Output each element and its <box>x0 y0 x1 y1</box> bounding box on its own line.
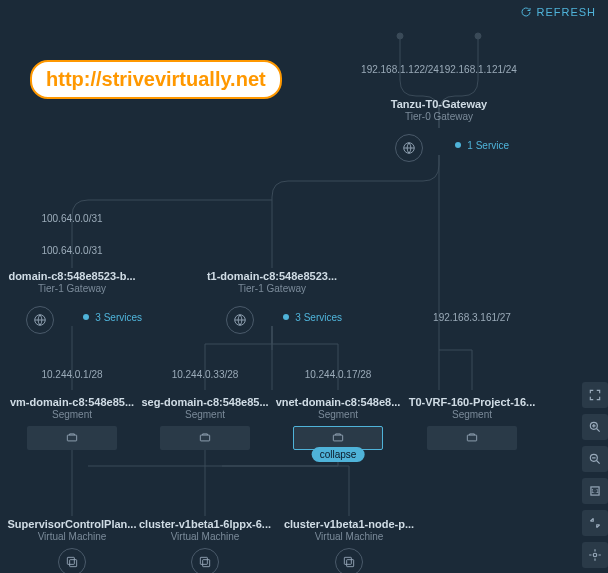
segment-vrf-node[interactable]: T0-VRF-160-Project-16... Segment <box>402 396 542 450</box>
zoom-in-button[interactable] <box>582 414 608 440</box>
svg-rect-14 <box>347 560 354 567</box>
t0-subtitle: Tier-0 Gateway <box>369 111 509 122</box>
seg-seg-cidr: 10.244.0.33/28 <box>172 369 239 380</box>
uplink-right-cidr: 192.168.1.121/24 <box>439 64 517 75</box>
vm-title: cluster-v1beta1-node-p... <box>279 518 419 530</box>
svg-rect-11 <box>200 557 207 564</box>
recenter-button[interactable] <box>582 542 608 568</box>
uplink-left-cidr: 192.168.1.122/24 <box>361 64 439 75</box>
collapse-pill[interactable]: collapse <box>312 447 365 462</box>
gateway-icon <box>395 134 423 162</box>
svg-rect-7 <box>333 435 342 441</box>
t1-left-services-link[interactable]: 3 Services <box>95 312 142 323</box>
vrf-cidr: 192.168.3.161/27 <box>433 312 511 323</box>
seg-vnet-cidr: 10.244.0.17/28 <box>305 369 372 380</box>
gateway-icon <box>226 306 254 334</box>
segment-vm-node[interactable]: vm-domain-c8:548e85... Segment <box>2 396 142 450</box>
gateway-icon <box>26 306 54 334</box>
svg-rect-13 <box>344 557 351 564</box>
watermark-badge: http://strivevirtually.net <box>30 60 282 99</box>
vm-icon <box>191 548 219 573</box>
collapse-all-button[interactable] <box>582 510 608 536</box>
segment-title: vnet-domain-c8:548e8... <box>268 396 408 408</box>
t1-mid-title: t1-domain-c8:548e8523... <box>202 270 342 282</box>
vm-c2-node[interactable]: cluster-v1beta1-node-p... Virtual Machin… <box>279 518 419 573</box>
t1-left-title: domain-c8:548e8523-b... <box>2 270 142 282</box>
t1-mid-services-link[interactable]: 3 Services <box>295 312 342 323</box>
segment-subtitle: Segment <box>135 409 275 420</box>
segment-subtitle: Segment <box>268 409 408 420</box>
vm-subtitle: Virtual Machine <box>279 531 419 542</box>
segment-vnet-node[interactable]: vnet-domain-c8:548e8... Segment <box>268 396 408 450</box>
segment-icon <box>160 426 250 450</box>
t1-left-node[interactable]: domain-c8:548e8523-b... Tier-1 Gateway 3… <box>2 270 142 334</box>
t1-mid-node[interactable]: t1-domain-c8:548e8523... Tier-1 Gateway … <box>202 270 342 334</box>
segment-title: seg-domain-c8:548e85... <box>135 396 275 408</box>
vm-icon <box>335 548 363 573</box>
segment-icon <box>427 426 517 450</box>
svg-rect-9 <box>67 557 74 564</box>
status-dot <box>83 314 89 320</box>
svg-rect-5 <box>67 435 76 441</box>
zoom-out-button[interactable] <box>582 446 608 472</box>
fullscreen-button[interactable] <box>582 382 608 408</box>
vm-subtitle: Virtual Machine <box>135 531 275 542</box>
fit-button[interactable]: 1:1 <box>582 478 608 504</box>
svg-text:1:1: 1:1 <box>591 488 598 494</box>
t1-left-cidr1: 100.64.0.0/31 <box>41 213 102 224</box>
segment-icon <box>27 426 117 450</box>
segment-title: T0-VRF-160-Project-16... <box>402 396 542 408</box>
vm-scp-node[interactable]: SupervisorControlPlan... Virtual Machine <box>2 518 142 573</box>
vm-title: SupervisorControlPlan... <box>2 518 142 530</box>
svg-point-19 <box>593 553 597 557</box>
status-dot <box>455 142 461 148</box>
segment-seg-node[interactable]: seg-domain-c8:548e85... Segment <box>135 396 275 450</box>
segment-subtitle: Segment <box>402 409 542 420</box>
svg-rect-12 <box>203 560 210 567</box>
view-toolbar: 1:1 <box>582 382 608 568</box>
t1-left-subtitle: Tier-1 Gateway <box>2 283 142 294</box>
t0-gateway-node[interactable]: Tanzu-T0-Gateway Tier-0 Gateway 1 Servic… <box>369 98 509 162</box>
vm-c1-node[interactable]: cluster-v1beta1-6lppx-6... Virtual Machi… <box>135 518 275 573</box>
vm-subtitle: Virtual Machine <box>2 531 142 542</box>
svg-rect-8 <box>467 435 476 441</box>
t1-mid-subtitle: Tier-1 Gateway <box>202 283 342 294</box>
t0-services-link[interactable]: 1 Service <box>467 140 509 151</box>
status-dot <box>283 314 289 320</box>
segment-subtitle: Segment <box>2 409 142 420</box>
t0-title: Tanzu-T0-Gateway <box>369 98 509 110</box>
t1-left-cidr2: 100.64.0.0/31 <box>41 245 102 256</box>
vm-icon <box>58 548 86 573</box>
seg-vm-cidr: 10.244.0.1/28 <box>41 369 102 380</box>
vm-title: cluster-v1beta1-6lppx-6... <box>135 518 275 530</box>
svg-rect-10 <box>70 560 77 567</box>
svg-rect-6 <box>200 435 209 441</box>
segment-title: vm-domain-c8:548e85... <box>2 396 142 408</box>
